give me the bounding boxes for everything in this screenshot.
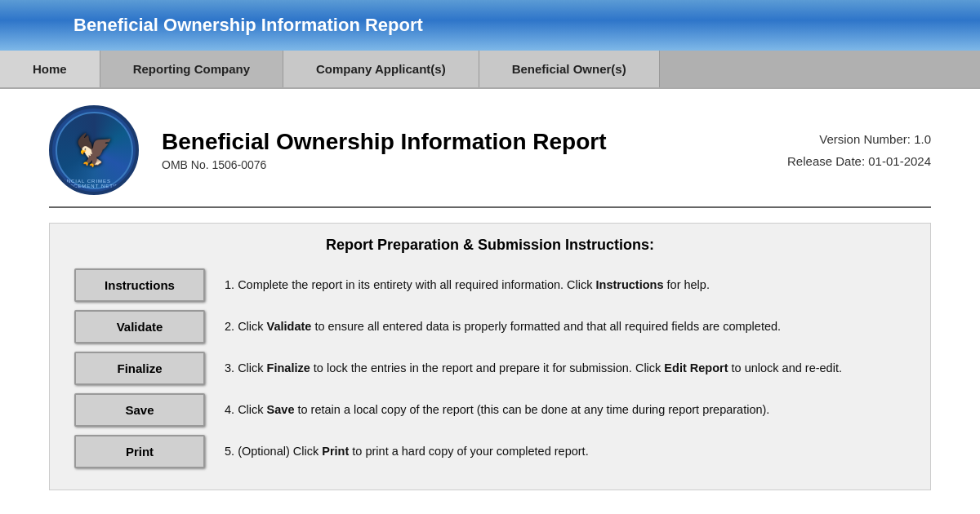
version-block: Version Number: 1.0 Release Date: 01-01-… xyxy=(787,128,931,172)
logo-text: FINANCIAL CRIMES ENFORCEMENT NETWORK xyxy=(52,179,136,188)
instructions-section: Report Preparation & Submission Instruct… xyxy=(49,223,931,490)
instruction-text-5: 5. (Optional) Click Print to print a har… xyxy=(225,443,589,461)
instruction-row-5: Print 5. (Optional) Click Print to print… xyxy=(74,435,906,468)
instruction-row-1: Instructions 1. Complete the report in i… xyxy=(74,268,906,302)
section-heading: Report Preparation & Submission Instruct… xyxy=(74,237,906,254)
report-omb: OMB No. 1506-0076 xyxy=(162,158,787,171)
save-button[interactable]: Save xyxy=(74,393,205,427)
finalize-button[interactable]: Finalize xyxy=(74,352,205,385)
instruction-row-3: Finalize 3. Click Finalize to lock the e… xyxy=(74,352,906,385)
fincen-logo: 🦅 FINANCIAL CRIMES ENFORCEMENT NETWORK xyxy=(49,105,139,195)
tab-company-applicants[interactable]: Company Applicant(s) xyxy=(283,51,479,87)
report-header: 🦅 FINANCIAL CRIMES ENFORCEMENT NETWORK B… xyxy=(49,105,931,208)
header-bar: Beneficial Ownership Information Report xyxy=(0,0,980,51)
print-button[interactable]: Print xyxy=(74,435,205,468)
instruction-text-2: 2. Click Validate to ensure all entered … xyxy=(225,318,781,336)
instruction-text-1: 1. Complete the report in its entirety w… xyxy=(225,277,710,295)
instruction-row-2: Validate 2. Click Validate to ensure all… xyxy=(74,310,906,343)
instruction-text-4: 4. Click Save to retain a local copy of … xyxy=(225,401,769,419)
instruction-text-3: 3. Click Finalize to lock the entries in… xyxy=(225,360,842,378)
report-main-title: Beneficial Ownership Information Report xyxy=(162,129,787,155)
version-number: Version Number: 1.0 xyxy=(787,128,931,150)
nav-tabs: Home Reporting Company Company Applicant… xyxy=(0,51,980,89)
report-title-block: Beneficial Ownership Information Report … xyxy=(162,129,787,171)
instructions-button[interactable]: Instructions xyxy=(74,268,205,302)
tab-beneficial-owners[interactable]: Beneficial Owner(s) xyxy=(479,51,660,87)
validate-button[interactable]: Validate xyxy=(74,310,205,343)
tab-home[interactable]: Home xyxy=(0,51,100,87)
main-content: 🦅 FINANCIAL CRIMES ENFORCEMENT NETWORK B… xyxy=(0,89,980,507)
tab-reporting-company[interactable]: Reporting Company xyxy=(100,51,283,87)
header-title: Beneficial Ownership Information Report xyxy=(74,15,423,35)
instruction-row-4: Save 4. Click Save to retain a local cop… xyxy=(74,393,906,427)
release-date: Release Date: 01-01-2024 xyxy=(787,150,931,172)
